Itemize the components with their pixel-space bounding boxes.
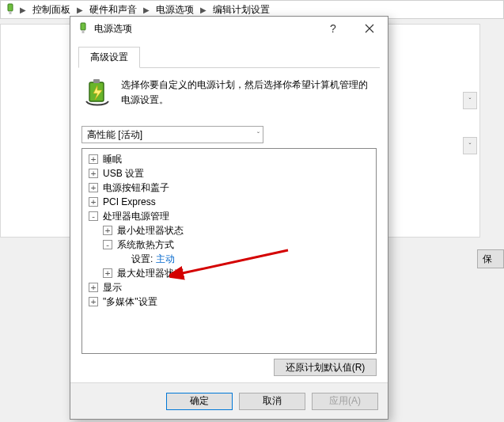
tree-node-sleep[interactable]: + 睡眠 (84, 152, 374, 166)
setting-value[interactable]: 主动 (156, 253, 175, 266)
tree-node-display[interactable]: + 显示 (84, 280, 374, 295)
expand-icon[interactable]: + (103, 268, 112, 278)
tree-node-usb[interactable]: + USB 设置 (84, 166, 374, 181)
crumb-control-panel[interactable]: 控制面板 (29, 3, 74, 17)
crumb-power-options[interactable]: 电源选项 (153, 3, 197, 17)
power-icon (4, 3, 17, 16)
expand-icon[interactable]: + (89, 197, 98, 207)
tree-node-multimedia[interactable]: + "多媒体"设置 (84, 295, 374, 309)
svg-rect-5 (93, 79, 100, 83)
settings-tree[interactable]: + 睡眠 + USB 设置 + 电源按钮和盖子 + PCI Express - … (81, 148, 377, 354)
tree-node-buttons-lid[interactable]: + 电源按钮和盖子 (84, 181, 374, 195)
tree-node-cooling-setting[interactable]: 设置: 主动 (84, 252, 374, 266)
tab-advanced[interactable]: 高级设置 (78, 47, 140, 68)
ok-button[interactable]: 确定 (166, 393, 233, 410)
setting-label: 设置: (131, 253, 153, 266)
restore-defaults-button[interactable]: 还原计划默认值(R) (274, 359, 377, 376)
chevron-down-icon[interactable]: ˇ (463, 92, 477, 109)
svg-rect-2 (81, 23, 85, 30)
close-icon (365, 24, 374, 33)
intro-text: 选择你要自定义的电源计划，然后选择你希望计算机管理的电源设置。 (121, 78, 377, 112)
cancel-button[interactable]: 取消 (239, 393, 305, 410)
tree-node-max-cpu[interactable]: + 最大处理器状态 (84, 266, 374, 280)
help-button[interactable]: ? (315, 17, 351, 40)
crumb-hardware-sound[interactable]: 硬件和声音 (86, 3, 140, 17)
chevron-right-icon: ▶ (142, 6, 151, 14)
close-button[interactable] (351, 17, 388, 40)
expand-icon[interactable]: + (89, 154, 98, 164)
power-icon (77, 22, 89, 35)
chevron-right-icon: ▶ (18, 6, 28, 14)
plan-select-value: 高性能 [活动] (87, 128, 142, 142)
tab-strip: 高级设置 (78, 47, 380, 68)
tree-node-cooling[interactable]: - 系统散热方式 (84, 238, 374, 252)
chevron-down-icon: ˇ (257, 131, 260, 139)
collapse-icon[interactable]: - (89, 211, 98, 221)
dialog-footer: 确定 取消 应用(A) (70, 382, 388, 419)
chevron-right-icon: ▶ (75, 6, 85, 14)
tree-node-cpu-power[interactable]: - 处理器电源管理 (84, 209, 374, 223)
tree-node-min-cpu[interactable]: + 最小处理器状态 (84, 223, 374, 238)
expand-icon[interactable]: + (89, 297, 98, 306)
chevron-down-icon[interactable]: ˇ (463, 137, 477, 154)
dialog-title: 电源选项 (94, 22, 315, 36)
chevron-right-icon: ▶ (199, 6, 208, 14)
expand-icon[interactable]: + (89, 169, 98, 178)
svg-rect-1 (9, 11, 12, 14)
expand-icon[interactable]: + (89, 183, 98, 192)
expand-icon[interactable]: + (103, 226, 112, 235)
svg-rect-3 (82, 30, 85, 33)
battery-icon (81, 78, 113, 112)
svg-rect-0 (8, 4, 13, 11)
crumb-edit-plan[interactable]: 编辑计划设置 (210, 3, 273, 17)
plan-select[interactable]: 高性能 [活动] ˇ (81, 126, 263, 143)
titlebar: 电源选项 ? (70, 17, 388, 40)
expand-icon[interactable]: + (89, 283, 98, 292)
apply-button[interactable]: 应用(A) (312, 393, 378, 410)
power-options-dialog: 电源选项 ? 高级设置 选择你要自定义的电源计划，然后选择你希望计算机管理的电源… (70, 16, 388, 420)
save-button-bg[interactable]: 保 (477, 249, 504, 268)
tree-node-pci[interactable]: + PCI Express (84, 195, 374, 209)
collapse-icon[interactable]: - (103, 240, 112, 249)
